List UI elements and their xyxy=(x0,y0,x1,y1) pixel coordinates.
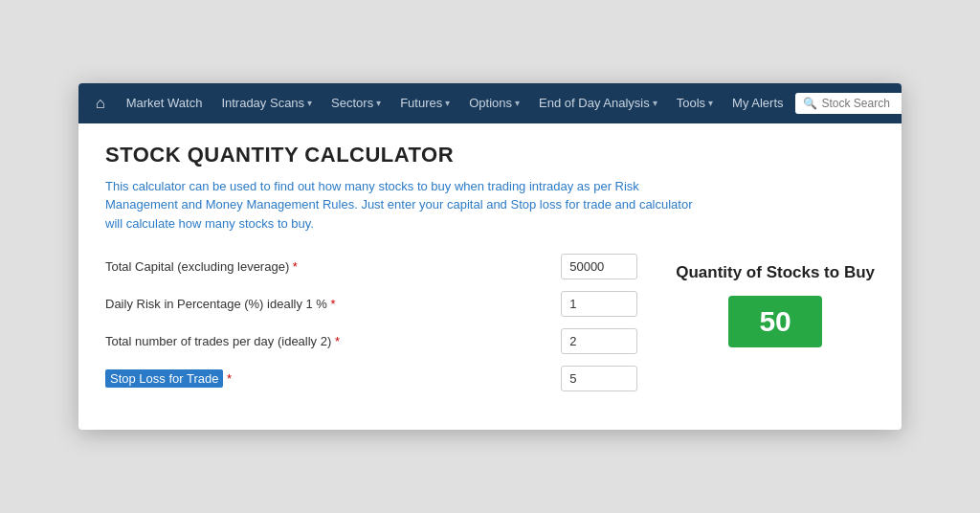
required-marker: * xyxy=(327,297,336,311)
form-input-1[interactable] xyxy=(561,291,637,317)
nav-item-end-of-day-analysis[interactable]: End of Day Analysis▾ xyxy=(529,88,667,118)
home-icon[interactable]: ⌂ xyxy=(86,87,115,120)
search-box[interactable]: 🔍 xyxy=(795,93,902,114)
result-value: 50 xyxy=(728,296,821,347)
form-label: Total Capital (excluding leverage) * xyxy=(105,259,551,274)
chevron-down-icon: ▾ xyxy=(376,98,381,108)
form-row: Total Capital (excluding leverage) * xyxy=(105,254,637,279)
nav-item-market-watch[interactable]: Market Watch xyxy=(117,88,212,118)
page-title: STOCK QUANTITY CALCULATOR xyxy=(105,143,875,167)
navbar: ⌂ Market WatchIntraday Scans▾Sectors▾Fut… xyxy=(78,83,902,123)
search-icon: 🔍 xyxy=(803,97,817,110)
search-input[interactable] xyxy=(822,97,902,110)
chevron-down-icon: ▾ xyxy=(708,98,713,108)
form-label: Daily Risk in Percentage (%) ideally 1 %… xyxy=(105,297,551,311)
form-input-3[interactable] xyxy=(561,366,637,391)
form-label: Total number of trades per day (ideally … xyxy=(105,334,551,348)
form-input-0[interactable] xyxy=(561,254,637,279)
nav-item-futures[interactable]: Futures▾ xyxy=(390,88,459,118)
form-label: Stop Loss for Trade * xyxy=(105,371,551,386)
nav-item-options[interactable]: Options▾ xyxy=(459,88,529,118)
form-input-2[interactable] xyxy=(561,328,637,354)
chevron-down-icon: ▾ xyxy=(515,98,520,108)
form-row: Daily Risk in Percentage (%) ideally 1 %… xyxy=(105,291,637,317)
calculator-layout: Total Capital (excluding leverage) *Dail… xyxy=(105,254,875,403)
form-section: Total Capital (excluding leverage) *Dail… xyxy=(105,254,637,403)
page-description: This calculator can be used to find out … xyxy=(105,177,699,234)
app-window: ⌂ Market WatchIntraday Scans▾Sectors▾Fut… xyxy=(78,83,902,431)
chevron-down-icon: ▾ xyxy=(307,98,312,108)
result-title: Quantity of Stocks to Buy xyxy=(676,263,875,282)
highlighted-label: Stop Loss for Trade xyxy=(105,369,223,388)
form-row: Stop Loss for Trade * xyxy=(105,366,637,391)
chevron-down-icon: ▾ xyxy=(445,98,450,108)
required-marker: * xyxy=(289,259,298,274)
chevron-down-icon: ▾ xyxy=(653,98,657,108)
nav-item-tools[interactable]: Tools▾ xyxy=(667,88,723,118)
nav-item-sectors[interactable]: Sectors▾ xyxy=(322,88,390,118)
result-section: Quantity of Stocks to Buy 50 xyxy=(676,254,875,347)
nav-item-my-alerts[interactable]: My Alerts xyxy=(723,88,792,118)
form-row: Total number of trades per day (ideally … xyxy=(105,328,637,354)
main-content: STOCK QUANTITY CALCULATOR This calculato… xyxy=(78,123,902,431)
nav-item-intraday-scans[interactable]: Intraday Scans▾ xyxy=(212,88,322,118)
required-marker: * xyxy=(331,334,340,348)
required-marker: * xyxy=(223,371,232,386)
